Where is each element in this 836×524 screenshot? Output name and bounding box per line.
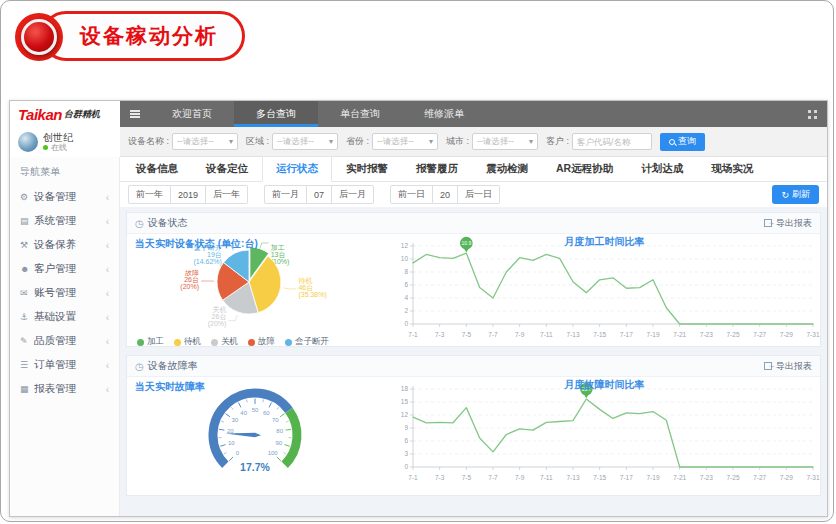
sidebar-item[interactable]: ▤系统管理‹ bbox=[10, 209, 119, 233]
collapse-arrow-icon: ‹ bbox=[106, 312, 109, 323]
sidebar-item-icon: ✎ bbox=[20, 336, 34, 346]
svg-text:90: 90 bbox=[275, 440, 282, 446]
prev-month-button[interactable]: 前一月 bbox=[264, 185, 307, 204]
main-area: 设备信息设备定位运行状态实时报警报警履历震动检测AR远程协助计划达成现场实况 前… bbox=[120, 157, 827, 516]
tab[interactable]: 现场实况 bbox=[697, 156, 767, 182]
legend-item[interactable]: 盒子断开 bbox=[285, 336, 329, 346]
filter-label: 客户 : bbox=[546, 135, 569, 148]
tab[interactable]: 计划达成 bbox=[627, 156, 697, 182]
year-value[interactable]: 2019 bbox=[171, 185, 206, 204]
month-value[interactable]: 07 bbox=[307, 185, 332, 204]
legend-item[interactable]: 关机 bbox=[211, 336, 238, 346]
svg-text:7-7: 7-7 bbox=[488, 331, 498, 338]
sidebar-item-icon: ⚒ bbox=[20, 240, 34, 250]
next-year-button[interactable]: 后一年 bbox=[206, 185, 248, 204]
sidebar-item[interactable]: ⚓基础设置‹ bbox=[10, 305, 119, 329]
export-report-button[interactable]: 导出报表 bbox=[764, 217, 812, 230]
filter-label: 区域 : bbox=[246, 135, 269, 148]
nav-item[interactable]: 欢迎首页 bbox=[150, 101, 234, 127]
sidebar-item-icon: ✉ bbox=[20, 288, 34, 298]
line-chart-title: 月度故障时间比率 bbox=[565, 378, 645, 392]
export-report-button[interactable]: 导出报表 bbox=[764, 360, 812, 373]
filter-select[interactable]: --请选择--▾ bbox=[272, 133, 338, 150]
prev-day-button[interactable]: 前一日 bbox=[390, 185, 433, 204]
svg-text:10: 10 bbox=[228, 440, 235, 446]
legend-item[interactable]: 故障 bbox=[248, 336, 275, 346]
hamburger-menu-icon[interactable] bbox=[120, 101, 150, 127]
svg-text:关机26台(20%): 关机26台(20%) bbox=[208, 305, 227, 328]
sidebar-item-icon: ▦ bbox=[20, 384, 34, 394]
svg-text:9: 9 bbox=[404, 424, 408, 431]
year-selector: 前一年 2019 后一年 bbox=[128, 185, 248, 204]
prev-year-button[interactable]: 前一年 bbox=[128, 185, 171, 204]
tab[interactable]: 设备信息 bbox=[122, 156, 192, 182]
chevron-down-icon: ▾ bbox=[425, 137, 433, 146]
legend-item[interactable]: 待机 bbox=[174, 336, 201, 346]
svg-text:7-5: 7-5 bbox=[462, 331, 472, 338]
customer-code-input[interactable] bbox=[572, 133, 652, 150]
tab[interactable]: AR远程协助 bbox=[542, 156, 627, 182]
tab[interactable]: 运行状态 bbox=[262, 156, 332, 182]
tab[interactable]: 实时报警 bbox=[332, 156, 402, 182]
svg-text:12: 12 bbox=[401, 242, 409, 249]
pie-chart-title: 当天实时设备状态 (单位:台) bbox=[135, 237, 258, 251]
sidebar-item-icon: ▤ bbox=[20, 216, 34, 226]
next-month-button[interactable]: 后一月 bbox=[332, 185, 374, 204]
svg-text:7-19: 7-19 bbox=[646, 474, 659, 481]
filter-select[interactable]: --请选择--▾ bbox=[372, 133, 438, 150]
sidebar-item[interactable]: ✎品质管理‹ bbox=[10, 329, 119, 353]
collapse-arrow-icon: ‹ bbox=[106, 336, 109, 347]
sidebar-item[interactable]: ✉账号管理‹ bbox=[10, 281, 119, 305]
svg-text:4: 4 bbox=[404, 294, 408, 301]
collapse-arrow-icon: ‹ bbox=[106, 288, 109, 299]
svg-text:80: 80 bbox=[276, 428, 283, 434]
svg-text:7-21: 7-21 bbox=[673, 331, 686, 338]
filter-label: 城市 : bbox=[446, 135, 469, 148]
svg-text:7-27: 7-27 bbox=[753, 474, 766, 481]
svg-text:7-17: 7-17 bbox=[620, 331, 633, 338]
sidebar-item[interactable]: ▦报表管理‹ bbox=[10, 377, 119, 401]
badge-pill: 设备稼动分析 bbox=[41, 11, 245, 61]
refresh-button[interactable]: ↻ 刷新 bbox=[772, 185, 819, 204]
svg-text:7-5: 7-5 bbox=[462, 474, 472, 481]
svg-text:50: 50 bbox=[252, 407, 259, 413]
svg-text:7-25: 7-25 bbox=[726, 331, 739, 338]
sidebar-item[interactable]: ☰订单管理‹ bbox=[10, 353, 119, 377]
collapse-arrow-icon: ‹ bbox=[106, 216, 109, 227]
sidebar-item-icon: ⚙ bbox=[20, 192, 34, 202]
second-row: 创世纪 在线 设备名称 :--请选择--▾区域 :--请选择--▾省份 :--请… bbox=[10, 127, 827, 157]
tab[interactable]: 震动检测 bbox=[472, 156, 542, 182]
month-selector: 前一月 07 后一月 bbox=[264, 185, 374, 204]
fullscreen-icon[interactable] bbox=[808, 110, 817, 119]
svg-text:7-13: 7-13 bbox=[566, 331, 579, 338]
next-day-button[interactable]: 后一日 bbox=[458, 185, 500, 204]
svg-text:6: 6 bbox=[404, 281, 408, 288]
tab[interactable]: 设备定位 bbox=[192, 156, 262, 182]
svg-text:7-27: 7-27 bbox=[753, 331, 766, 338]
pie-chart-device-status: 当天实时设备状态 (单位:台) 加工13台(10%)待机46台(35.38%)关… bbox=[127, 234, 389, 346]
nav-item[interactable]: 多台查询 bbox=[234, 101, 318, 127]
svg-text:7-21: 7-21 bbox=[673, 474, 686, 481]
sidebar-item[interactable]: ⚒设备保养‹ bbox=[10, 233, 119, 257]
navbar: 欢迎首页多台查询单台查询维修派单 bbox=[120, 101, 827, 127]
sidebar: 导航菜单 ⚙设备管理‹▤系统管理‹⚒设备保养‹☻客户管理‹✉账号管理‹⚓基础设置… bbox=[10, 157, 120, 516]
svg-text:15: 15 bbox=[401, 398, 409, 405]
svg-text:7-29: 7-29 bbox=[780, 331, 793, 338]
svg-text:7-15: 7-15 bbox=[593, 331, 606, 338]
svg-text:3: 3 bbox=[404, 450, 408, 457]
filter-select[interactable]: --请选择--▾ bbox=[172, 133, 238, 150]
legend-item[interactable]: 加工 bbox=[137, 336, 164, 346]
search-button[interactable]: 查询 bbox=[660, 133, 705, 151]
day-value[interactable]: 20 bbox=[433, 185, 458, 204]
svg-text:7-1: 7-1 bbox=[408, 331, 418, 338]
tab[interactable]: 报警履历 bbox=[402, 156, 472, 182]
nav-item[interactable]: 维修派单 bbox=[402, 101, 486, 127]
user-panel: 创世纪 在线 bbox=[10, 127, 120, 157]
svg-text:17.7%: 17.7% bbox=[240, 461, 270, 473]
user-name: 创世纪 bbox=[43, 132, 73, 143]
line-chart-title: 月度加工时间比率 bbox=[565, 235, 645, 249]
filter-select[interactable]: --请选择--▾ bbox=[472, 133, 538, 150]
sidebar-item[interactable]: ☻客户管理‹ bbox=[10, 257, 119, 281]
sidebar-item[interactable]: ⚙设备管理‹ bbox=[10, 185, 119, 209]
nav-item[interactable]: 单台查询 bbox=[318, 101, 402, 127]
